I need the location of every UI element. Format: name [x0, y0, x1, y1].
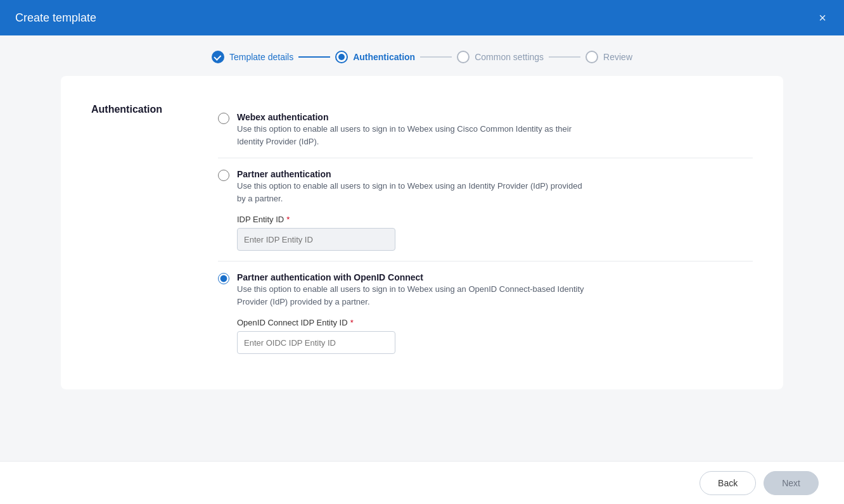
option-title-oidc[interactable]: Partner authentication with OpenID Conne…	[237, 272, 423, 282]
next-button[interactable]: Next	[764, 471, 819, 495]
option-content-partner: Partner authentication Use this option t…	[237, 168, 753, 251]
idp-entity-label-text: IDP Entity ID	[237, 215, 284, 224]
option-desc-webex: Use this option to enable all users to s…	[237, 123, 592, 148]
step-label-common-settings: Common settings	[475, 52, 544, 62]
radio-wrapper-oidc[interactable]	[218, 272, 229, 287]
step-review: Review	[585, 51, 632, 63]
step-common-settings: Common settings	[457, 51, 544, 63]
modal-header: Create template ×	[0, 0, 844, 35]
oidc-entity-input[interactable]	[237, 331, 395, 354]
oidc-entity-required: *	[350, 318, 354, 327]
step-authentication: Authentication	[335, 51, 415, 63]
option-partner-auth: Partner authentication Use this option t…	[218, 158, 753, 261]
oidc-entity-label-text: OpenID Connect IDP Entity ID	[237, 318, 348, 327]
modal: Create template × Template details Authe…	[0, 0, 844, 504]
section-label: Authentication	[91, 101, 180, 364]
step-circle-common-settings	[457, 51, 470, 63]
step-line-3	[549, 56, 580, 58]
content-area: Authentication Webex authentication Use …	[0, 76, 844, 461]
step-line-2	[420, 56, 452, 58]
oidc-entity-field-group: OpenID Connect IDP Entity ID *	[237, 318, 753, 354]
option-webex-auth: Webex authentication Use this option to …	[218, 101, 753, 158]
step-circle-authentication	[335, 51, 348, 63]
option-title-webex[interactable]: Webex authentication	[237, 112, 328, 122]
option-content-oidc: Partner authentication with OpenID Conne…	[237, 272, 753, 354]
step-label-template-details: Template details	[229, 52, 293, 62]
options-list: Webex authentication Use this option to …	[218, 101, 753, 364]
radio-webex-auth[interactable]	[218, 113, 229, 124]
auth-card: Authentication Webex authentication Use …	[61, 76, 783, 389]
step-label-authentication: Authentication	[353, 52, 415, 62]
modal-footer: Back Next	[0, 461, 844, 504]
option-desc-oidc: Use this option to enable all users to s…	[237, 283, 592, 308]
back-button[interactable]: Back	[700, 471, 756, 495]
radio-partner-auth[interactable]	[218, 170, 229, 181]
radio-wrapper-webex[interactable]	[218, 111, 229, 127]
oidc-entity-label: OpenID Connect IDP Entity ID *	[237, 318, 753, 327]
option-title-partner[interactable]: Partner authentication	[237, 169, 331, 179]
modal-body: Template details Authentication Common s…	[0, 35, 844, 461]
radio-wrapper-partner[interactable]	[218, 168, 229, 184]
stepper: Template details Authentication Common s…	[0, 35, 844, 76]
idp-entity-required: *	[286, 215, 290, 224]
option-content-webex: Webex authentication Use this option to …	[237, 111, 753, 148]
modal-title: Create template	[15, 11, 96, 25]
close-button[interactable]: ×	[816, 9, 829, 27]
idp-entity-input	[237, 228, 395, 251]
step-circle-review	[585, 51, 598, 63]
step-line-1	[298, 56, 330, 58]
step-label-review: Review	[603, 52, 632, 62]
option-oidc-auth: Partner authentication with OpenID Conne…	[218, 261, 753, 364]
idp-entity-label: IDP Entity ID *	[237, 215, 753, 224]
step-template-details: Template details	[212, 51, 293, 63]
step-circle-template-details	[212, 51, 224, 63]
idp-entity-field-group: IDP Entity ID *	[237, 215, 753, 251]
radio-oidc-auth[interactable]	[218, 273, 229, 284]
option-desc-partner: Use this option to enable all users to s…	[237, 180, 592, 205]
